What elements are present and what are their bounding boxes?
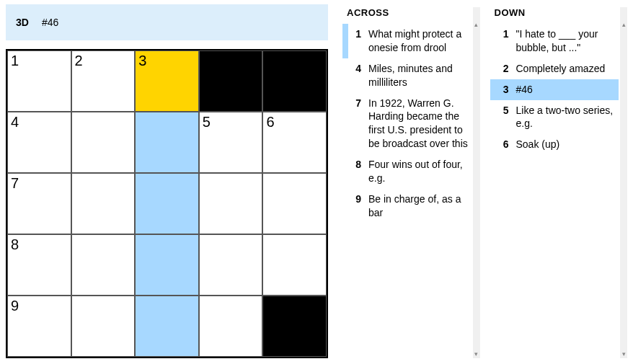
cell[interactable]	[135, 112, 199, 173]
clue-number: 5	[496, 104, 509, 131]
cell[interactable]	[262, 234, 327, 296]
cell-number: 1	[11, 53, 19, 69]
cell[interactable]: 9	[7, 296, 71, 357]
cell[interactable]	[71, 296, 136, 357]
cell[interactable]: 3	[135, 50, 199, 112]
scroll-up-icon[interactable]: ▴	[474, 22, 479, 27]
scroll-up-icon[interactable]: ▴	[621, 22, 627, 27]
cell-number: 4	[11, 114, 19, 130]
cell[interactable]: 4	[7, 112, 71, 173]
across-clue-column: ACROSS 1What might protect a onesie from…	[342, 7, 480, 358]
clue-text: #46	[516, 83, 616, 97]
cell-black	[262, 50, 327, 112]
clue-number: 2	[496, 62, 509, 76]
cell[interactable]	[199, 234, 263, 296]
cell[interactable]	[135, 173, 199, 234]
clue-item[interactable]: 9Be in charge of, as a bar	[342, 189, 472, 223]
cell-number: 9	[11, 298, 19, 314]
cell-number: 7	[11, 175, 19, 192]
scroll-down-icon[interactable]: ▾	[621, 351, 627, 357]
cell[interactable]: 2	[71, 50, 136, 112]
cell-black	[199, 50, 263, 112]
across-clue-list: 1What might protect a onesie from drool4…	[342, 24, 472, 223]
clue-number: 7	[348, 97, 361, 151]
clue-text: Four wins out of four, e.g.	[368, 158, 469, 185]
clue-item[interactable]: 4Miles, minutes and milliliters	[342, 58, 472, 93]
clue-number: 4	[348, 62, 361, 89]
cell-number: 2	[75, 53, 83, 69]
cell[interactable]: 8	[7, 234, 71, 296]
clue-text: Miles, minutes and milliliters	[368, 62, 469, 89]
cell-black	[262, 296, 327, 357]
down-clue-column: DOWN 1"I hate to ___ your bubble, but ..…	[490, 7, 628, 358]
clue-item[interactable]: 1"I hate to ___ your bubble, but ..."	[490, 24, 619, 58]
cell[interactable]: 7	[7, 173, 71, 234]
clue-item[interactable]: 5Like a two-two series, e.g.	[490, 100, 619, 135]
clue-text: Like a two-two series, e.g.	[516, 104, 616, 131]
cell[interactable]	[262, 173, 327, 234]
down-heading: DOWN	[490, 7, 619, 24]
cell[interactable]	[199, 173, 263, 234]
cell[interactable]	[71, 173, 136, 234]
cell[interactable]	[71, 112, 136, 173]
clue-number: 9	[348, 192, 361, 220]
clue-item[interactable]: 1What might protect a onesie from drool	[342, 24, 472, 58]
cell[interactable]	[135, 296, 199, 357]
current-clue-text: #46	[42, 17, 58, 28]
clue-text: Soak (up)	[516, 138, 616, 151]
clue-number: 8	[348, 158, 361, 185]
clue-text: What might protect a onesie from drool	[368, 27, 469, 55]
clue-text: Completely amazed	[516, 62, 616, 76]
crossword-board: 123456789	[6, 49, 328, 358]
clue-text: "I hate to ___ your bubble, but ..."	[516, 27, 616, 55]
clue-text: In 1922, Warren G. Harding became the fi…	[368, 97, 469, 151]
current-clue-bar: 3D #46	[6, 4, 328, 40]
cell-number: 6	[266, 114, 274, 130]
current-clue-number: 3D	[16, 17, 29, 28]
clue-number: 1	[496, 27, 509, 55]
clue-text: Be in charge of, as a bar	[368, 192, 469, 220]
cell[interactable]	[199, 296, 263, 357]
cell-number: 8	[11, 236, 19, 253]
cell[interactable]: 5	[199, 112, 263, 173]
cell[interactable]	[135, 234, 199, 296]
clue-item[interactable]: 6Soak (up)	[490, 134, 619, 155]
clue-item[interactable]: 8Four wins out of four, e.g.	[342, 154, 472, 189]
down-clue-list: 1"I hate to ___ your bubble, but ..."2Co…	[490, 24, 619, 155]
clue-number: 3	[496, 83, 509, 97]
cell[interactable]	[71, 234, 136, 296]
cell[interactable]: 1	[7, 50, 71, 112]
scroll-down-icon[interactable]: ▾	[474, 351, 479, 357]
clue-item[interactable]: 7In 1922, Warren G. Harding became the f…	[342, 93, 472, 155]
clue-number: 6	[496, 138, 509, 151]
clue-item[interactable]: 2Completely amazed	[490, 58, 619, 79]
clue-item[interactable]: 3#46	[490, 79, 619, 100]
cell-number: 3	[138, 53, 146, 69]
cell[interactable]: 6	[262, 112, 327, 173]
clue-number: 1	[348, 27, 361, 55]
cell-number: 5	[203, 114, 211, 130]
across-heading: ACROSS	[342, 7, 472, 24]
